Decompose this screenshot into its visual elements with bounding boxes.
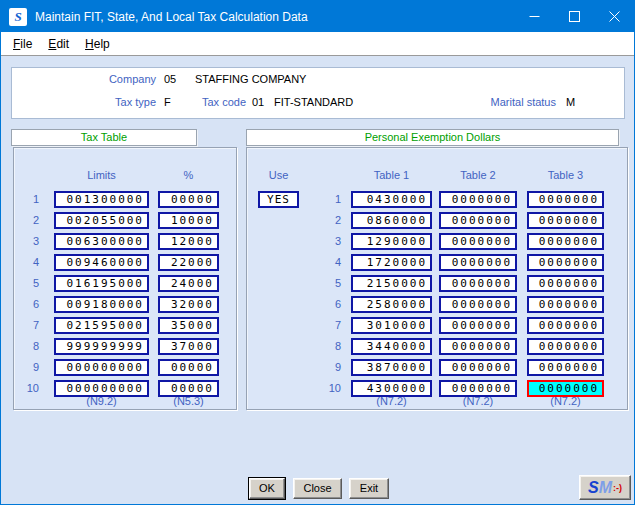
window-controls bbox=[514, 1, 634, 32]
table3-field[interactable] bbox=[527, 233, 604, 250]
table3-column-header: Table 3 bbox=[527, 169, 604, 181]
limits-field[interactable] bbox=[54, 317, 149, 334]
table3-field[interactable] bbox=[527, 191, 604, 208]
ok-button[interactable]: OK bbox=[249, 478, 285, 499]
table2-field[interactable] bbox=[439, 359, 517, 376]
table1-field[interactable] bbox=[351, 359, 432, 376]
table1-field[interactable] bbox=[351, 317, 432, 334]
tax-row-number: 2 bbox=[15, 214, 39, 226]
maximize-button[interactable] bbox=[554, 1, 594, 32]
limits-field[interactable] bbox=[54, 254, 149, 271]
limits-field[interactable] bbox=[54, 359, 149, 376]
menu-bar: File Edit Help bbox=[1, 32, 634, 56]
table1-field[interactable] bbox=[351, 338, 432, 355]
menu-file[interactable]: File bbox=[5, 34, 40, 54]
table2-field[interactable] bbox=[439, 254, 517, 271]
tax-row-number: 4 bbox=[15, 256, 39, 268]
table3-format-label: (N7.2) bbox=[527, 395, 604, 407]
tax-code-value: 01 bbox=[252, 96, 264, 108]
table1-field[interactable] bbox=[351, 254, 432, 271]
maximize-icon bbox=[569, 11, 580, 22]
exemption-row-number: 4 bbox=[317, 256, 341, 268]
logo-letter-m: M bbox=[599, 479, 612, 497]
table1-column-header: Table 1 bbox=[351, 169, 432, 181]
close-icon bbox=[609, 11, 620, 22]
table3-field[interactable] bbox=[527, 359, 604, 376]
exemptions-group-title: Personal Exemption Dollars bbox=[246, 129, 619, 146]
tax-row-number: 6 bbox=[15, 298, 39, 310]
limits-field[interactable] bbox=[54, 338, 149, 355]
close-button[interactable] bbox=[594, 1, 634, 32]
tax-row-number: 10 bbox=[15, 382, 39, 394]
table3-field[interactable] bbox=[527, 338, 604, 355]
percent-field[interactable] bbox=[158, 233, 219, 250]
menu-edit[interactable]: Edit bbox=[40, 34, 77, 54]
menu-help[interactable]: Help bbox=[77, 34, 118, 54]
exemption-row-number: 9 bbox=[317, 361, 341, 373]
tax-row-number: 3 bbox=[15, 235, 39, 247]
logo-letter-s: S bbox=[588, 479, 599, 497]
tax-code-label: Tax code bbox=[195, 96, 246, 108]
close-button-bottom[interactable]: Close bbox=[293, 478, 342, 499]
exit-button[interactable]: Exit bbox=[349, 478, 389, 499]
limits-field[interactable] bbox=[54, 233, 149, 250]
table2-field[interactable] bbox=[439, 338, 517, 355]
table2-format-label: (N7.2) bbox=[439, 395, 517, 407]
title-bar: S Maintain FIT, State, And Local Tax Cal… bbox=[1, 1, 634, 32]
table3-field[interactable] bbox=[527, 254, 604, 271]
table1-field[interactable] bbox=[351, 191, 432, 208]
limits-format-label: (N9.2) bbox=[54, 395, 149, 407]
table1-field[interactable] bbox=[351, 296, 432, 313]
percent-column-header: % bbox=[158, 169, 219, 181]
exemption-row-number: 7 bbox=[317, 319, 341, 331]
tax-type-value: F bbox=[164, 96, 171, 108]
percent-field[interactable] bbox=[158, 296, 219, 313]
minimize-icon bbox=[529, 11, 540, 22]
marital-status-label: Marital status bbox=[461, 96, 556, 108]
limits-field[interactable] bbox=[54, 191, 149, 208]
table1-field[interactable] bbox=[351, 233, 432, 250]
percent-field[interactable] bbox=[158, 275, 219, 292]
table2-field[interactable] bbox=[439, 317, 517, 334]
vendor-logo-button[interactable]: SM:-) bbox=[579, 475, 631, 500]
logo-smiley: :-) bbox=[613, 483, 622, 493]
table2-field[interactable] bbox=[439, 275, 517, 292]
percent-field[interactable] bbox=[158, 338, 219, 355]
table2-field[interactable] bbox=[439, 191, 517, 208]
company-name: STAFFING COMPANY bbox=[195, 73, 306, 85]
table3-field[interactable] bbox=[527, 317, 604, 334]
percent-field[interactable] bbox=[158, 359, 219, 376]
tax-row-number: 9 bbox=[15, 361, 39, 373]
app-window: S Maintain FIT, State, And Local Tax Cal… bbox=[0, 0, 635, 505]
limits-field[interactable] bbox=[54, 296, 149, 313]
table2-field[interactable] bbox=[439, 233, 517, 250]
limits-field[interactable] bbox=[54, 275, 149, 292]
table3-field[interactable] bbox=[527, 212, 604, 229]
table2-field[interactable] bbox=[439, 212, 517, 229]
tax-row-number: 1 bbox=[15, 193, 39, 205]
tax-row-number: 5 bbox=[15, 277, 39, 289]
exemption-row-number: 8 bbox=[317, 340, 341, 352]
table2-field[interactable] bbox=[439, 296, 517, 313]
percent-field[interactable] bbox=[158, 191, 219, 208]
minimize-button[interactable] bbox=[514, 1, 554, 32]
table3-field[interactable] bbox=[527, 296, 604, 313]
exemption-row-number: 3 bbox=[317, 235, 341, 247]
limits-column-header: Limits bbox=[54, 169, 149, 181]
table3-field[interactable] bbox=[527, 275, 604, 292]
use-field[interactable] bbox=[258, 191, 299, 208]
table1-field[interactable] bbox=[351, 212, 432, 229]
tax-type-label: Tax type bbox=[86, 96, 156, 108]
exemption-row-number: 10 bbox=[317, 382, 341, 394]
percent-field[interactable] bbox=[158, 317, 219, 334]
window-title: Maintain FIT, State, And Local Tax Calcu… bbox=[35, 10, 514, 24]
percent-field[interactable] bbox=[158, 254, 219, 271]
percent-field[interactable] bbox=[158, 212, 219, 229]
app-icon: S bbox=[9, 8, 27, 26]
company-value: 05 bbox=[164, 73, 176, 85]
tax-table-group-title: Tax Table bbox=[11, 129, 197, 146]
use-column-header: Use bbox=[258, 169, 299, 181]
exemption-row-number: 5 bbox=[317, 277, 341, 289]
limits-field[interactable] bbox=[54, 212, 149, 229]
table1-field[interactable] bbox=[351, 275, 432, 292]
